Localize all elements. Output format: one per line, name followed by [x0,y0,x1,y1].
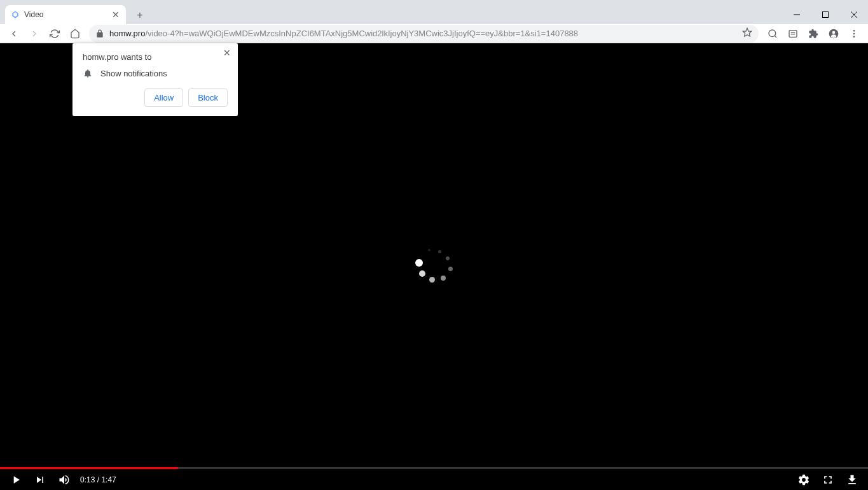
tab-close-icon[interactable]: ✕ [111,10,121,20]
loading-spinner-icon [415,248,453,286]
allow-button[interactable]: Allow [144,88,183,107]
notification-permission-popup: ✕ homw.pro wants to Show notifications A… [72,43,238,116]
browser-tab[interactable]: Video ✕ [5,5,126,24]
window-controls [782,5,868,24]
fullscreen-button[interactable] [820,472,836,488]
url-domain: homw.pro [109,29,145,38]
bell-icon [83,68,93,78]
svg-rect-1 [822,12,828,18]
url-text: homw.pro/video-4?h=waWQiOjEwMDEwMzcsInNp… [109,29,737,38]
current-time: 0:13 [80,475,95,484]
progress-bar[interactable] [0,467,868,469]
bookmark-icon[interactable] [742,27,752,39]
block-button[interactable]: Block [188,88,228,107]
new-tab-button[interactable]: + [131,6,149,24]
svg-point-11 [832,31,836,34]
maximize-button[interactable] [811,5,839,24]
duration: 1:47 [101,475,116,484]
settings-button[interactable] [796,472,812,488]
home-button[interactable] [66,25,84,43]
tab-title: Video [24,10,107,19]
svg-point-13 [853,32,855,34]
svg-line-6 [775,36,776,38]
svg-point-5 [769,30,776,37]
address-bar[interactable]: homw.pro/video-4?h=waWQiOjEwMDEwMzcsInNp… [89,25,759,43]
notification-close-icon[interactable]: ✕ [221,47,233,59]
tab-strip: Video ✕ + [0,5,868,24]
browser-toolbar: homw.pro/video-4?h=waWQiOjEwMDEwMzcsInNp… [0,24,868,43]
url-path: /video-4?h=waWQiOjEwMDEwMzcsInNpZCI6MTAx… [145,29,578,38]
download-button[interactable] [844,472,860,488]
svg-point-14 [853,36,855,38]
forward-button[interactable] [25,25,43,43]
close-window-button[interactable] [839,5,868,24]
video-controls: 0:13 / 1:47 [0,467,868,490]
volume-button[interactable] [56,472,72,488]
svg-point-12 [853,30,855,32]
svg-marker-4 [743,28,751,36]
minimize-button[interactable] [782,5,811,24]
notification-title: homw.pro wants to [83,52,228,62]
reader-icon[interactable] [784,25,802,43]
zoom-icon[interactable] [764,25,782,43]
time-display: 0:13 / 1:47 [80,475,116,484]
profile-icon[interactable] [825,25,843,43]
notification-permission-text: Show notifications [100,69,167,78]
next-button[interactable] [32,472,48,488]
tab-favicon-icon [10,10,20,20]
lock-icon [95,29,104,38]
play-button[interactable] [8,472,24,488]
window-titlebar [0,0,868,5]
extensions-icon[interactable] [804,25,822,43]
back-button[interactable] [5,25,23,43]
reload-button[interactable] [46,25,64,43]
progress-fill [0,467,178,469]
menu-icon[interactable] [845,25,863,43]
